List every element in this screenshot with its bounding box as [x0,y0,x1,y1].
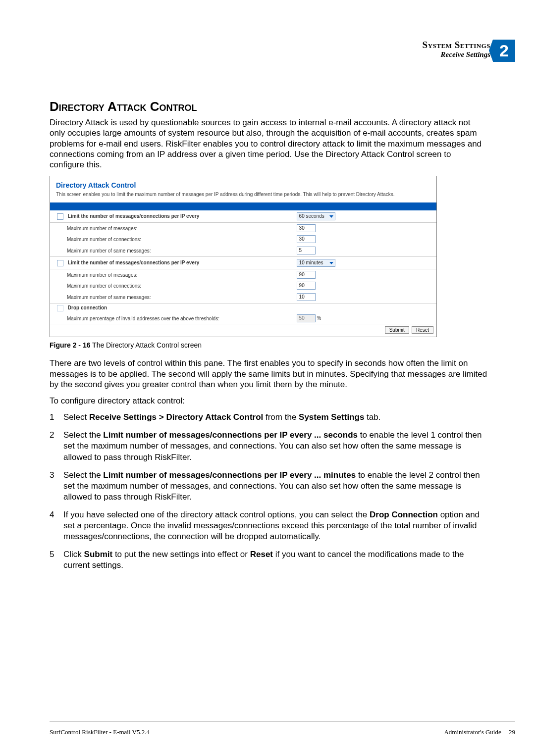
limit1-max-same-label: Maximum number of same messages: [67,248,151,253]
limit2-max-msgs-label: Maximum number of messages: [67,272,137,278]
section-heading: Directory Attack Control [50,99,488,114]
figure-caption-text: The Directory Attack Control screen [90,341,202,349]
limit1-interval-select[interactable]: 60 seconds [297,212,335,220]
directory-attack-panel: Directory Attack Control This screen ena… [50,176,437,337]
panel-color-bar [50,202,436,210]
limit2-max-conns-label: Maximum number of connections: [67,283,141,289]
limit1-checkbox[interactable] [57,213,63,220]
limit2-max-conns-input[interactable]: 90 [297,282,316,290]
step-2: Select the Limit number of messages/conn… [50,430,488,469]
submit-button[interactable]: Submit [385,326,409,334]
panel-title: Directory Attack Control [50,176,436,191]
chapter-number-badge: 2 [493,40,515,62]
body-paragraph-3: To configure directory attack control: [50,396,488,406]
limit2-max-msgs-input[interactable]: 90 [297,271,316,279]
limit1-max-conns-input[interactable]: 30 [297,235,316,243]
intro-paragraph: Directory Attack is used by questionable… [50,117,488,170]
footer-left: SurfControl RiskFilter - E-mail V5.2.4 [50,728,150,736]
drop-connection-label: Drop connection [68,305,107,310]
body-paragraph-2: There are two levels of control within t… [50,358,488,390]
footer-right: Administrator's Guide [444,728,501,736]
figure-caption-number: Figure 2 - 16 [50,341,90,349]
steps-list: Select Receive Settings > Directory Atta… [50,412,488,578]
step-1: Select Receive Settings > Directory Atta… [50,412,488,430]
footer-rule [50,721,515,721]
drop-pct-label: Maximum percentage of invalid addresses … [67,316,219,321]
panel-description: This screen enables you to limit the max… [50,191,436,202]
limit2-label: Limit the number of messages/connections… [68,260,199,265]
limit2-interval-select[interactable]: 10 minutes [297,259,335,267]
limit1-max-msgs-label: Maximum number of messages: [67,226,137,231]
page-footer: SurfControl RiskFilter - E-mail V5.2.4 A… [50,728,515,736]
limit2-checkbox[interactable] [57,260,63,266]
step-4: If you have selected one of the director… [50,509,488,549]
page-header: System Settings Receive Settings [423,40,490,59]
limit2-max-same-label: Maximum number of same messages: [67,295,151,300]
step-3: Select the Limit number of messages/conn… [50,470,488,509]
limit1-max-msgs-input[interactable]: 30 [297,224,316,232]
page-number: 29 [509,728,515,736]
step-5: Click Submit to put the new settings int… [50,549,488,578]
figure-caption: Figure 2 - 16 The Directory Attack Contr… [50,341,488,349]
header-subtitle: Receive Settings [423,50,490,59]
limit1-label: Limit the number of messages/connections… [68,213,199,219]
limit1-max-conns-label: Maximum number of connections: [67,237,141,242]
header-title: System Settings [423,40,490,50]
drop-connection-checkbox[interactable] [57,305,63,311]
percent-sign: % [317,315,321,321]
drop-pct-input[interactable]: 50 [297,314,316,322]
limit2-max-same-input[interactable]: 10 [297,293,316,301]
limit1-max-same-input[interactable]: 5 [297,247,316,254]
reset-button[interactable]: Reset [412,326,433,334]
